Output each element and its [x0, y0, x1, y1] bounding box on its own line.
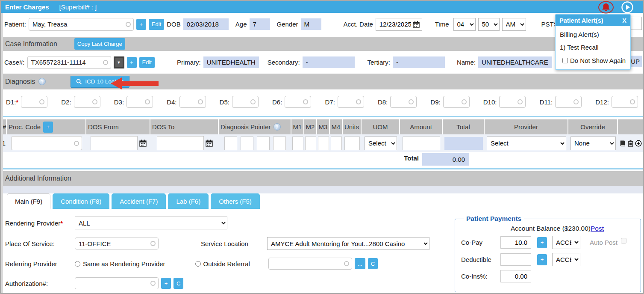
diagnosis-field-d11: D11:: [540, 96, 582, 108]
time-minute-select[interactable]: 50: [478, 18, 500, 31]
override-select[interactable]: None: [570, 137, 616, 150]
patient-payments-legend: Patient Payments: [464, 215, 524, 223]
tab-accident[interactable]: Accident (F7): [112, 193, 166, 209]
lookup-ring-icon: [103, 60, 108, 65]
left-border-strip: [1, 13, 3, 293]
diag-pointer-2-input[interactable]: [241, 137, 253, 150]
help-icon[interactable]: ?: [273, 123, 281, 131]
col-uom: UOM: [362, 119, 400, 134]
authorization-clear-button[interactable]: C: [173, 278, 183, 289]
add-proc-code-button[interactable]: +: [43, 122, 53, 133]
acct-date-field: [376, 18, 422, 31]
patient-row: Patient: + Edit DOB 02/03/2018 Age 7 Gen…: [1, 13, 643, 36]
d9-label: D9:: [430, 98, 440, 106]
patient-name-input[interactable]: [29, 18, 134, 31]
authorization-label: Authorization#:: [1, 280, 75, 287]
m4-input[interactable]: [331, 137, 342, 150]
lookup-ring-icon: [92, 99, 97, 104]
diagnosis-title: Diagnosis: [5, 78, 35, 86]
outside-referral-input[interactable]: [268, 258, 352, 270]
case-dropdown-button[interactable]: ▼: [114, 56, 124, 68]
col-dos-to: DOS To: [150, 119, 219, 134]
col-m4: M4: [330, 119, 343, 134]
coins-input[interactable]: [500, 270, 531, 282]
calendar-icon[interactable]: [139, 140, 147, 147]
edit-case-button[interactable]: Edit: [139, 57, 155, 68]
copay-input[interactable]: [500, 236, 531, 249]
diag-pointer-3-input[interactable]: [257, 137, 270, 150]
same-as-rendering-radio[interactable]: [75, 261, 80, 267]
place-of-service-input[interactable]: [75, 238, 159, 249]
play-icon[interactable]: [621, 1, 634, 14]
d10-label: D10:: [483, 98, 497, 106]
diag-pointer-1-input[interactable]: [224, 137, 237, 150]
gender-value: M: [301, 18, 321, 30]
alert-bell-icon[interactable]: [597, 1, 615, 14]
additional-information-bar: Additional Information: [1, 171, 643, 186]
m2-input[interactable]: [305, 137, 316, 150]
help-icon[interactable]: ?: [38, 78, 46, 85]
dob-label: DOB: [167, 21, 181, 28]
diag-pointer-4-input[interactable]: [273, 137, 286, 150]
deductible-input[interactable]: [500, 253, 531, 266]
diagnosis-field-d7: D7:: [325, 96, 364, 108]
copay-label: Co-Pay: [461, 239, 500, 246]
col-dos-from: DOS From: [86, 119, 150, 134]
line-provider-select[interactable]: Select: [487, 137, 566, 150]
m1-input[interactable]: [292, 137, 303, 150]
dos-to-input[interactable]: [157, 136, 204, 150]
lookup-ring-icon: [145, 99, 150, 104]
authorization-add-button[interactable]: +: [161, 278, 171, 289]
tab-others[interactable]: Others (F5): [211, 193, 260, 209]
proc-code-input[interactable]: [11, 136, 82, 150]
diagnosis-field-d2: D2:: [61, 96, 100, 108]
col-m2: M2: [304, 119, 317, 134]
dos-from-input[interactable]: [91, 136, 138, 150]
amount-input[interactable]: [403, 137, 440, 150]
d6-label: D6:: [272, 98, 282, 106]
col-total: Total: [443, 119, 485, 134]
m3-input[interactable]: [318, 137, 329, 150]
rendering-provider-select[interactable]: ALL: [75, 217, 227, 229]
service-location-label: Service Location: [201, 240, 248, 247]
alert-item: 1) Test Recall: [560, 44, 626, 51]
authorization-input[interactable]: [75, 277, 159, 289]
d1-label: D1:*: [6, 98, 18, 106]
deductible-add-button[interactable]: +: [537, 254, 547, 265]
case-number-input[interactable]: [27, 56, 111, 69]
time-ampm-select[interactable]: AM: [502, 18, 526, 31]
book-icon[interactable]: [619, 140, 626, 147]
close-icon[interactable]: X: [622, 17, 626, 24]
tab-main[interactable]: Main (F9): [7, 193, 50, 209]
service-location-select[interactable]: AMYCE Adult Mentoring for Yout...2800 Ca…: [267, 237, 429, 250]
gender-label: Gender: [277, 21, 298, 28]
calendar-icon[interactable]: [206, 140, 213, 147]
do-not-show-again-checkbox[interactable]: [562, 58, 568, 63]
diagnosis-fields-row: D1:* D2: D3: D4: D5: D6: D7: D8:: [1, 89, 643, 114]
insurance-name-label: Name:: [457, 59, 476, 66]
calendar-icon[interactable]: [413, 21, 420, 28]
copy-last-charge-button[interactable]: Copy Last Charge: [74, 38, 125, 50]
post-link[interactable]: Post: [591, 225, 604, 232]
time-label: Time: [435, 21, 449, 28]
edit-patient-button[interactable]: Edit: [149, 19, 164, 30]
tab-condition[interactable]: Condition (F8): [53, 193, 109, 209]
deductible-type-select[interactable]: ACCE: [552, 253, 580, 266]
copay-add-button[interactable]: +: [537, 237, 547, 248]
add-case-button[interactable]: +: [127, 57, 137, 68]
add-patient-button[interactable]: +: [136, 19, 146, 30]
add-row-icon[interactable]: [635, 140, 642, 147]
col-units: Units: [343, 119, 362, 134]
copay-type-select[interactable]: ACCE: [552, 236, 580, 249]
referral-clear-button[interactable]: C: [368, 258, 378, 269]
delete-row-icon[interactable]: [627, 140, 634, 147]
units-input[interactable]: [344, 137, 360, 150]
col-proc-code: Proc. Code +: [7, 119, 86, 134]
uom-select[interactable]: Select: [365, 137, 397, 150]
outside-referral-radio[interactable]: [195, 261, 201, 267]
tab-lab[interactable]: Lab (F6): [168, 193, 209, 209]
referral-browse-button[interactable]: ...: [355, 258, 365, 269]
time-hour-select[interactable]: 04: [453, 18, 476, 31]
acct-date-input[interactable]: [376, 21, 413, 28]
diagnosis-field-d9: D9:: [430, 96, 469, 108]
